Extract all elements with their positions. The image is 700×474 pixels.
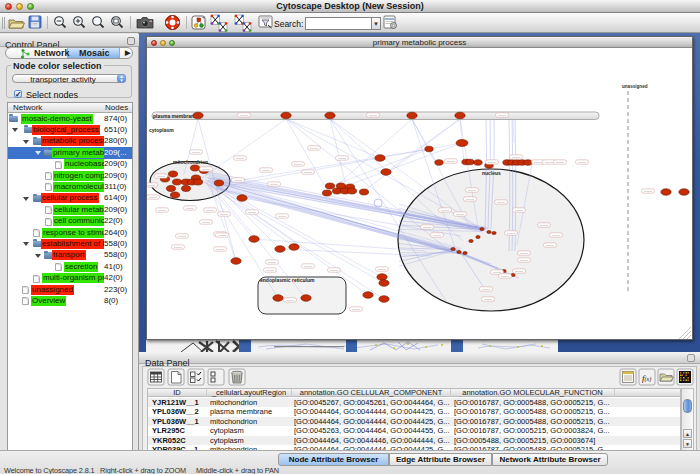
svg-text:plasma membrane: plasma membrane <box>153 113 197 119</box>
svg-text:unassigned: unassigned <box>622 84 648 89</box>
svg-text:nucleus: nucleus <box>482 170 501 176</box>
svg-text:mitochondrion: mitochondrion <box>173 159 208 165</box>
svg-text:cytoplasm: cytoplasm <box>149 127 174 133</box>
